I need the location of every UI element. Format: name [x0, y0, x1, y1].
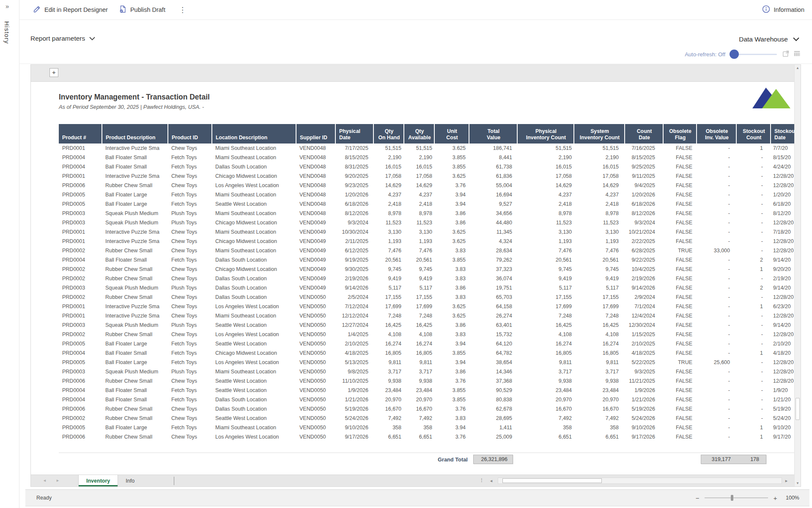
- column-header: Count Date: [625, 124, 663, 144]
- vscroll-thumb[interactable]: [796, 398, 800, 420]
- cell: 3,130: [373, 227, 404, 237]
- cell: 16,015: [517, 162, 574, 171]
- cell: PRD0004: [59, 255, 102, 265]
- cell: 1/9/20: [771, 386, 794, 395]
- cell: -: [736, 311, 771, 320]
- cell: 9,811: [517, 358, 574, 367]
- tab-scroll-left-icon[interactable]: ◄: [43, 478, 47, 483]
- cell: FALSE: [663, 190, 697, 199]
- cell: Miami Southeast Location: [212, 423, 296, 432]
- cell: Rubber Chew Small: [102, 246, 168, 255]
- add-button[interactable]: +: [49, 68, 58, 77]
- cell: FALSE: [663, 274, 697, 283]
- cell: -: [697, 255, 736, 265]
- export-icon[interactable]: [782, 50, 790, 59]
- report-parameters-toggle[interactable]: Report parameters: [30, 35, 95, 42]
- cell: FALSE: [663, 339, 697, 348]
- datasource-selector[interactable]: Data Warehouse: [739, 36, 799, 43]
- cell: 9,745: [373, 265, 404, 274]
- kebab-menu-icon[interactable]: ⋮: [176, 6, 189, 14]
- auto-refresh-toggle[interactable]: [730, 50, 777, 59]
- cell: 5,117: [517, 283, 574, 293]
- cell: 9/17/2026: [625, 432, 663, 442]
- cell: 16,805: [373, 348, 404, 358]
- zoom-out-button[interactable]: −: [694, 494, 700, 502]
- vscroll-down-icon[interactable]: ▼: [795, 481, 801, 485]
- edit-in-report-designer-label: Edit in Report Designer: [44, 6, 108, 13]
- cell: Fetch Toys: [168, 255, 212, 265]
- table-row: PRD0001Interactive Puzzle SmaChew ToysMi…: [59, 311, 794, 320]
- zoom-slider-thumb[interactable]: [731, 495, 733, 501]
- cell: 2/19/2026: [625, 274, 663, 283]
- tab-inventory[interactable]: Inventory: [78, 475, 118, 486]
- cell: 1/9/2026: [335, 386, 373, 395]
- publish-draft-button[interactable]: Publish Draft: [119, 5, 165, 14]
- vscroll-up-icon[interactable]: ▲: [795, 66, 801, 70]
- column-header: Unit Cost: [434, 124, 469, 144]
- edit-in-report-designer-button[interactable]: Edit in Report Designer: [33, 6, 108, 14]
- cell: Rubber Chew Small: [102, 181, 168, 190]
- cell: Interactive Puzzle Sma: [102, 227, 168, 237]
- information-button[interactable]: Information: [762, 5, 804, 14]
- tab-scroll-right-icon[interactable]: ►: [56, 478, 60, 483]
- vertical-scrollbar[interactable]: ▲ ▼: [794, 65, 801, 486]
- cell: 358: [574, 423, 625, 432]
- cell: VEND0048: [296, 199, 335, 209]
- cell: -: [697, 367, 736, 376]
- cell: 64,158: [469, 302, 517, 311]
- toggle-knob[interactable]: [730, 50, 739, 59]
- cell: Chicago Midwest Location: [212, 218, 296, 227]
- cell: Rubber Chew Small: [102, 404, 168, 414]
- cell: Miami Southeast Location: [212, 144, 296, 153]
- cell: 10/21/2024: [625, 227, 663, 237]
- cell: 358: [373, 423, 404, 432]
- table-row: PRD0004Ball Floater SmallFetch ToysDalla…: [59, 395, 794, 404]
- cell: VEND0050: [296, 423, 335, 432]
- cell: PRD0001: [59, 144, 102, 153]
- table-row: PRD0002Rubber Chew SmallChew ToysChicago…: [59, 265, 794, 274]
- hscroll-left-icon[interactable]: ◄: [489, 479, 493, 483]
- cell: VEND0050: [296, 367, 335, 376]
- cell: Squeak Plush Medium: [102, 283, 168, 293]
- report-canvas: Inventory Management - Transaction Detai…: [31, 82, 794, 475]
- cell: 4/18/2025: [625, 348, 663, 358]
- grid-icon[interactable]: [793, 50, 801, 59]
- cell: 17,058: [404, 171, 434, 181]
- cell: -: [697, 153, 736, 162]
- report-title: Inventory Management - Transaction Detai…: [59, 93, 210, 102]
- pencil-icon: [33, 6, 41, 14]
- cell: Interactive Puzzle Sma: [102, 237, 168, 246]
- sidebar-collapse-icon[interactable]: »: [5, 3, 9, 10]
- table-row: PRD0004Ball Floater SmallFetch ToysChica…: [59, 348, 794, 358]
- cell: Dallas South Location: [212, 395, 296, 404]
- sidebar-item-history[interactable]: History: [3, 21, 11, 44]
- cell: 5/24/2026: [625, 414, 663, 423]
- zoom-in-button[interactable]: +: [772, 494, 778, 502]
- cell: 9,938: [373, 376, 404, 386]
- cell: 3.86: [434, 320, 469, 330]
- tab-info[interactable]: Info: [118, 475, 142, 486]
- horizontal-scrollbar[interactable]: [498, 478, 782, 484]
- cell: 9,938: [574, 376, 625, 386]
- cell: 20,970: [373, 395, 404, 404]
- zoom-slider[interactable]: [705, 497, 768, 498]
- cell: -: [736, 218, 771, 227]
- grand-total-obsolete-value: 319,177: [701, 455, 736, 464]
- cell: Dallas South Location: [212, 255, 296, 265]
- cell: 1: [736, 432, 771, 442]
- tab-divider: [174, 477, 174, 485]
- cell: -: [736, 237, 771, 246]
- cell: 2/19/20: [771, 274, 794, 283]
- hscroll-right-icon[interactable]: ►: [785, 479, 788, 483]
- hscroll-thumb[interactable]: [502, 478, 602, 483]
- cell: Seattle West Location: [212, 414, 296, 423]
- cell: 7,476: [373, 246, 404, 255]
- table-row: PRD0004Ball Floater SmallFetch ToysSeatt…: [59, 386, 794, 395]
- table-row: PRD0006Rubber Chew SmallChew ToysSeattle…: [59, 376, 794, 386]
- cell: Plush Toys: [168, 218, 212, 227]
- grand-total-stockout-count: 178: [736, 455, 766, 464]
- cell: 17,699: [574, 302, 625, 311]
- table-row: PRD0002Rubber Chew SmallChew ToysDallas …: [59, 274, 794, 283]
- cell: 16,805: [517, 348, 574, 358]
- scrollbar-splitter[interactable]: ⁞: [481, 477, 483, 483]
